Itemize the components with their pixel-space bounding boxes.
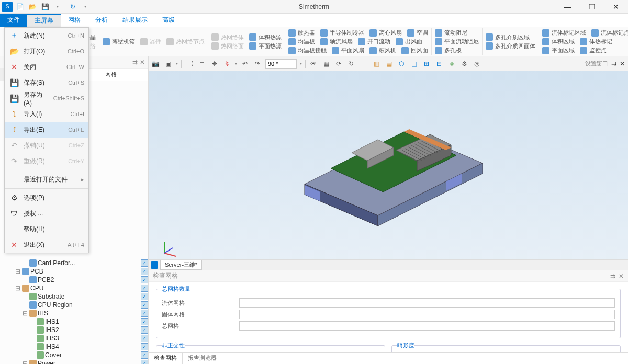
- ribbon-item[interactable]: 体积区域: [542, 38, 575, 46]
- pin2-icon[interactable]: ⇉: [611, 60, 616, 67]
- ribbon-item[interactable]: 流体标记点: [591, 29, 628, 37]
- close2-icon[interactable]: ✕: [620, 60, 625, 67]
- ribbon-item[interactable]: 监控点: [580, 47, 607, 54]
- tree-row[interactable]: CPU Region✓: [0, 301, 148, 309]
- pin3-icon[interactable]: ⇉: [610, 272, 615, 280]
- file-menu-item[interactable]: 📂打开(O)Ctrl+O: [5, 43, 88, 59]
- ribbon-item[interactable]: 均温板: [288, 38, 315, 46]
- tab-advanced[interactable]: 高级: [155, 14, 182, 27]
- ribbon-item[interactable]: 出风面: [396, 38, 422, 46]
- pan-icon[interactable]: ✥: [210, 59, 219, 69]
- zoom-window-icon[interactable]: ◻: [197, 59, 207, 69]
- ribbon-item[interactable]: 体积热源: [249, 33, 282, 41]
- ribbon-item[interactable]: 多孔板: [435, 47, 462, 54]
- settings-window-label[interactable]: 设置窗口: [585, 60, 608, 67]
- qat-dropdown-icon[interactable]: ▾: [52, 2, 63, 12]
- tab-mesh[interactable]: 网格: [61, 14, 88, 27]
- ribbon-item[interactable]: 鼓风机: [369, 47, 396, 54]
- tool1-icon[interactable]: ⊞: [422, 59, 431, 69]
- tree-row[interactable]: ⊟IHS✓: [0, 309, 148, 317]
- select-icon[interactable]: ◫: [409, 59, 419, 69]
- tab-file[interactable]: 文件: [0, 14, 27, 27]
- ribbon-item[interactable]: 均温板接触: [288, 47, 327, 54]
- close3-icon[interactable]: ✕: [619, 272, 624, 280]
- rotation-input[interactable]: [265, 59, 297, 69]
- tree-row[interactable]: IHS2✓: [0, 326, 148, 334]
- file-menu-item[interactable]: 💾保存(S)Ctrl+S: [5, 75, 88, 90]
- file-menu-item[interactable]: 💾另存为(A)Ctrl+Shift+S: [5, 90, 88, 106]
- ribbon-item[interactable]: 多孔介质四面体: [486, 42, 535, 50]
- viewport-tab[interactable]: Server-三维*: [160, 260, 202, 270]
- tree-row[interactable]: IHS4✓: [0, 343, 148, 351]
- file-menu-item[interactable]: 🛡授权 ...: [5, 206, 88, 221]
- ribbon-item[interactable]: 平面区域: [542, 47, 575, 54]
- file-menu-item[interactable]: 最近打开的文件▸: [5, 172, 88, 187]
- camera-icon[interactable]: 📷: [151, 59, 160, 69]
- rotate-cw-icon[interactable]: ↷: [253, 59, 262, 69]
- ribbon-item[interactable]: 半导体制冷器: [320, 29, 364, 37]
- maximize-button[interactable]: ❐: [580, 0, 604, 14]
- tool4-icon[interactable]: ⚙: [459, 59, 469, 69]
- ribbon-item[interactable]: 轴流风扇: [320, 38, 353, 46]
- tree-row[interactable]: IHS3✓: [0, 334, 148, 343]
- section-icon[interactable]: ▥: [372, 59, 381, 69]
- file-menu-item[interactable]: ⤵导入(I)Ctrl+I: [5, 106, 88, 122]
- refresh2-icon[interactable]: ⟳: [334, 59, 343, 69]
- tab-home[interactable]: 主屏幕: [27, 14, 61, 27]
- measure-icon[interactable]: ⟊: [359, 59, 368, 69]
- file-menu-item[interactable]: ✕退出(X)Alt+F4: [5, 237, 88, 253]
- ribbon-item[interactable]: 开口流动: [358, 38, 390, 46]
- bp-tab-report[interactable]: 报告浏览器: [183, 353, 222, 364]
- tool2-icon[interactable]: ⊟: [434, 59, 444, 69]
- ribbon-item[interactable]: 平面热源: [249, 42, 282, 50]
- close-icon[interactable]: ✕: [140, 59, 145, 66]
- tree-row[interactable]: Cover✓: [0, 351, 148, 359]
- qat-dropdown2-icon[interactable]: ▾: [80, 2, 91, 12]
- ribbon-item[interactable]: 回风面: [401, 47, 428, 54]
- mesh-field[interactable]: [239, 321, 615, 331]
- ribbon-item[interactable]: 体热标记: [580, 38, 612, 46]
- tree-row[interactable]: ⊟CPU✓: [0, 284, 148, 292]
- ribbon-item[interactable]: 薄壁机箱: [103, 38, 135, 46]
- mesh-field[interactable]: [239, 310, 615, 319]
- axis-icon[interactable]: ↯: [222, 59, 232, 69]
- save-icon[interactable]: 💾: [40, 2, 50, 12]
- cube-icon[interactable]: ▣: [163, 59, 173, 69]
- link-icon[interactable]: ⬡: [397, 59, 406, 69]
- ribbon-item[interactable]: 流动阻尼: [435, 29, 467, 37]
- open-folder-icon[interactable]: 📂: [27, 2, 38, 12]
- refresh-icon[interactable]: ↻: [68, 2, 78, 12]
- file-menu-item[interactable]: ⚙选项(P): [5, 190, 88, 206]
- tab-results[interactable]: 结果展示: [115, 14, 155, 27]
- pin-icon[interactable]: ⇉: [132, 59, 138, 66]
- tree-row[interactable]: IHS1✓: [0, 317, 148, 326]
- file-menu-item[interactable]: ＋新建(N)Ctrl+N: [5, 28, 88, 43]
- tool5-icon[interactable]: ◎: [472, 59, 481, 69]
- ribbon-item[interactable]: 散热器: [288, 29, 315, 37]
- tree-row[interactable]: ⊟PCB✓: [0, 267, 148, 276]
- tree-row[interactable]: Card Perfor...✓: [0, 259, 148, 267]
- close-button[interactable]: ✕: [604, 0, 628, 14]
- 3d-viewport[interactable]: Server-三维*: [149, 71, 628, 270]
- ribbon-item[interactable]: 离心风扇: [369, 29, 402, 37]
- minimize-button[interactable]: —: [556, 0, 580, 14]
- tool3-icon[interactable]: ◈: [447, 59, 456, 69]
- tab-analyze[interactable]: 分析: [88, 14, 115, 27]
- bp-tab-check[interactable]: 检查网格: [149, 353, 183, 364]
- file-menu-item[interactable]: ⤴导出(E)Ctrl+E: [5, 122, 88, 138]
- ribbon-item[interactable]: 空调: [407, 29, 428, 37]
- file-menu-item[interactable]: 帮助(H): [5, 221, 88, 237]
- file-menu-item[interactable]: ✕关闭Ctrl+W: [5, 59, 88, 75]
- open-icon[interactable]: 📄: [15, 2, 25, 12]
- redo-icon[interactable]: ↻: [346, 59, 356, 69]
- rotate-ccw-icon[interactable]: ↶: [240, 59, 250, 69]
- align-icon[interactable]: ▤: [384, 59, 394, 69]
- ribbon-item[interactable]: 平面风扇: [332, 47, 364, 54]
- ribbon-item[interactable]: 多孔介质区域: [486, 33, 530, 41]
- tree-row[interactable]: Substrate✓: [0, 292, 148, 301]
- zoom-fit-icon[interactable]: ⛶: [185, 59, 194, 69]
- mesh-field[interactable]: [239, 298, 615, 308]
- tree-row[interactable]: ⊟Power✓: [0, 359, 148, 364]
- tree-row[interactable]: PCB2✓: [0, 276, 148, 284]
- ribbon-item[interactable]: 平面流动阻尼: [435, 38, 479, 46]
